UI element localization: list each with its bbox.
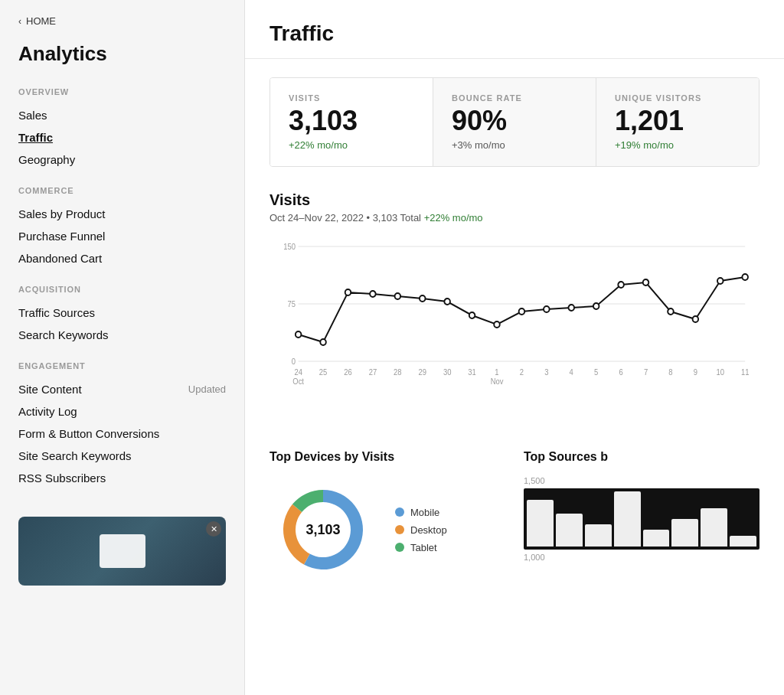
svg-point-42 <box>668 308 674 315</box>
svg-point-45 <box>742 274 748 280</box>
svg-point-39 <box>593 303 599 309</box>
sidebar-item-label: Site Content <box>18 383 82 396</box>
stats-row: VISITS3,103+22% mo/moBOUNCE RATE90%+3% m… <box>270 77 760 167</box>
sidebar-item-sales[interactable]: Sales <box>18 104 226 126</box>
bar <box>527 500 554 547</box>
sidebar-item-geography[interactable]: Geography <box>18 148 226 171</box>
svg-text:2: 2 <box>520 368 524 377</box>
stat-label: UNIQUE VISITORS <box>615 93 740 103</box>
legend-item-desktop: Desktop <box>395 524 447 536</box>
donut-chart-wrapper: 3,103 <box>270 476 377 583</box>
sidebar-item-label: Traffic Sources <box>18 306 95 319</box>
svg-point-34 <box>469 312 475 318</box>
svg-text:26: 26 <box>344 368 351 377</box>
svg-point-31 <box>395 293 401 299</box>
sidebar-item-site-search-keywords[interactable]: Site Search Keywords <box>18 445 226 467</box>
bar-chart-area <box>524 488 760 550</box>
svg-text:3: 3 <box>544 368 548 377</box>
bar <box>701 508 727 547</box>
svg-point-29 <box>345 289 351 295</box>
sidebar-item-label: Search Keywords <box>18 328 109 341</box>
sidebar-section-label: OVERVIEW <box>18 87 226 96</box>
main-body: VISITS3,103+22% mo/moBOUNCE RATE90%+3% m… <box>245 59 784 602</box>
sidebar-item-label: Site Search Keywords <box>18 449 132 462</box>
svg-text:25: 25 <box>319 368 327 377</box>
stat-card-0: VISITS3,103+22% mo/mo <box>270 78 433 166</box>
stat-value: 90% <box>452 107 577 135</box>
bar <box>614 491 641 547</box>
svg-text:6: 6 <box>619 368 622 377</box>
top-sources-card: Top Sources b 1,500 1,000 <box>524 450 760 583</box>
svg-text:8: 8 <box>668 368 672 377</box>
top-devices-card: Top Devices by Visits 3,103 MobileDeskto… <box>270 450 505 583</box>
svg-text:27: 27 <box>369 368 377 377</box>
bottom-row: Top Devices by Visits 3,103 MobileDeskto… <box>270 450 760 583</box>
top-devices-title: Top Devices by Visits <box>270 450 505 464</box>
sidebar: ‹ HOME Analytics OVERVIEWSalesTrafficGeo… <box>0 0 245 695</box>
svg-text:0: 0 <box>292 357 296 366</box>
svg-text:29: 29 <box>419 368 426 377</box>
sidebar-section-engagement: ENGAGEMENTSite ContentUpdatedActivity Lo… <box>18 361 226 489</box>
svg-text:7: 7 <box>644 368 648 377</box>
stat-card-1: BOUNCE RATE90%+3% mo/mo <box>433 78 596 166</box>
svg-text:9: 9 <box>694 368 697 377</box>
svg-text:30: 30 <box>443 368 452 377</box>
sidebar-section-label: ACQUISITION <box>18 285 226 294</box>
sidebar-item-rss-subscribers[interactable]: RSS Subscribers <box>18 467 226 489</box>
stat-value: 3,103 <box>289 107 414 135</box>
svg-text:150: 150 <box>283 243 296 251</box>
main-header: Traffic <box>245 0 784 59</box>
bar <box>730 536 756 547</box>
thumbnail-image <box>18 517 226 586</box>
donut-center-total: 3,103 <box>305 522 340 538</box>
svg-point-43 <box>693 316 699 322</box>
svg-text:31: 31 <box>468 368 475 377</box>
sidebar-item-label: Abandoned Cart <box>18 252 102 265</box>
svg-point-27 <box>296 331 302 338</box>
legend-label: Mobile <box>410 507 439 518</box>
stat-value: 1,201 <box>615 107 740 135</box>
svg-text:1: 1 <box>495 368 498 377</box>
sidebar-item-purchase-funnel[interactable]: Purchase Funnel <box>18 225 226 247</box>
svg-text:5: 5 <box>594 368 598 377</box>
legend-item-mobile: Mobile <box>395 507 447 518</box>
svg-point-35 <box>494 321 500 328</box>
bar <box>556 514 583 547</box>
back-link[interactable]: ‹ HOME <box>18 15 226 27</box>
svg-point-33 <box>444 299 450 305</box>
svg-point-44 <box>717 278 724 284</box>
svg-point-32 <box>420 295 426 302</box>
thumbnail-close-button[interactable]: ✕ <box>206 521 221 537</box>
sidebar-item-traffic[interactable]: Traffic <box>18 126 226 148</box>
sidebar-item-activity-log[interactable]: Activity Log <box>18 400 226 423</box>
svg-point-41 <box>643 279 649 286</box>
sidebar-item-site-content[interactable]: Site ContentUpdated <box>18 378 226 400</box>
legend-label: Tablet <box>410 542 437 553</box>
visits-line-chart: 15075024Oct252627282930311Nov23456789101… <box>270 239 760 423</box>
bar <box>671 519 698 547</box>
stat-label: VISITS <box>289 93 414 103</box>
visits-section-subtitle: Oct 24–Nov 22, 2022 • 3,103 Total +22% m… <box>270 212 760 224</box>
sidebar-item-form-button-conversions[interactable]: Form & Button Conversions <box>18 423 226 445</box>
sidebar-item-search-keywords[interactable]: Search Keywords <box>18 324 226 346</box>
sidebar-item-label: Geography <box>18 153 75 166</box>
back-label: HOME <box>26 15 56 27</box>
svg-text:24: 24 <box>294 368 302 377</box>
sidebar-item-traffic-sources[interactable]: Traffic Sources <box>18 302 226 324</box>
sidebar-item-badge: Updated <box>188 383 226 395</box>
top-sources-y-mid: 1,000 <box>524 553 760 562</box>
sidebar-section-acquisition: ACQUISITIONTraffic SourcesSearch Keyword… <box>18 285 226 346</box>
sidebar-section-overview: OVERVIEWSalesTrafficGeography <box>18 87 226 171</box>
top-sources-y-max: 1,500 <box>524 476 760 485</box>
svg-text:4: 4 <box>570 368 574 377</box>
stat-change: +3% mo/mo <box>452 139 577 151</box>
sidebar-item-abandoned-cart[interactable]: Abandoned Cart <box>18 247 226 269</box>
svg-point-37 <box>544 306 550 312</box>
stat-change: +22% mo/mo <box>289 139 414 151</box>
svg-point-36 <box>519 308 525 315</box>
svg-point-28 <box>320 339 326 345</box>
main-content-area: Traffic VISITS3,103+22% mo/moBOUNCE RATE… <box>245 0 784 695</box>
sidebar-item-label: RSS Subscribers <box>18 471 106 485</box>
sidebar-item-sales-by-product[interactable]: Sales by Product <box>18 203 226 225</box>
stat-label: BOUNCE RATE <box>452 93 577 103</box>
